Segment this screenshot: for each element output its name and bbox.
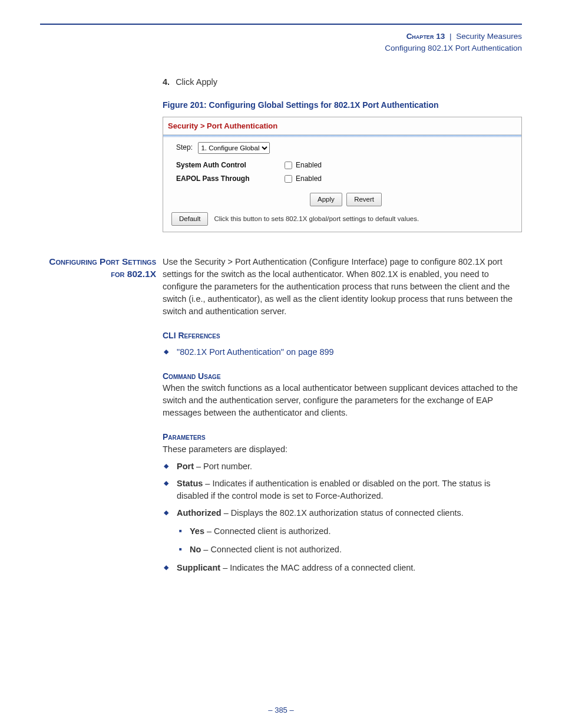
running-header: Chapter 13 | Security Measures Configuri…	[40, 31, 522, 54]
command-usage-text: When the switch functions as a local aut…	[163, 382, 522, 419]
command-usage-heading: Command Usage	[163, 370, 522, 382]
chapter-subtitle: Configuring 802.1X Port Authentication	[40, 42, 522, 54]
step-row: Step: 1. Configure Global	[176, 142, 515, 154]
eapol-label: EAPOL Pass Through	[176, 174, 282, 184]
chapter-label: Chapter 13	[406, 32, 445, 41]
step-label: Step:	[176, 143, 193, 151]
step-select[interactable]: 1. Configure Global	[198, 142, 270, 154]
page-number: – 385 –	[0, 705, 562, 716]
param-status: Status – Indicates if authentication is …	[163, 477, 522, 502]
eapol-chk-label: Enabled	[296, 174, 322, 184]
cli-references-heading: CLI References	[163, 330, 522, 341]
section-intro: Use the Security > Port Authentication (…	[163, 256, 522, 318]
param-authorized: Authorized – Displays the 802.1X authori…	[163, 507, 522, 556]
apply-button[interactable]: Apply	[310, 193, 342, 206]
eapol-checkbox[interactable]	[285, 175, 292, 183]
default-button[interactable]: Default	[171, 212, 208, 226]
system-auth-label: System Auth Control	[176, 160, 282, 170]
cli-reference-link[interactable]: "802.1X Port Authentication" on page 899	[177, 347, 334, 357]
system-auth-chk-label: Enabled	[296, 160, 322, 170]
default-hint: Click this button to sets 802.1X global/…	[214, 214, 419, 224]
param-authorized-no: No – Connected client is not authorized.	[177, 543, 522, 556]
system-auth-checkbox[interactable]	[285, 162, 292, 169]
revert-button[interactable]: Revert	[346, 193, 382, 206]
step-line: 4. Click Apply	[163, 76, 522, 88]
parameters-heading: Parameters	[163, 431, 522, 443]
cli-reference-item: "802.1X Port Authentication" on page 899	[163, 346, 522, 358]
param-supplicant: Supplicant – Indicates the MAC address o…	[163, 562, 522, 574]
config-screenshot: Security > Port Authentication Step: 1. …	[163, 117, 522, 232]
step-text: Click Apply	[176, 77, 217, 87]
param-port: Port – Port number.	[163, 460, 522, 473]
panel-title: Security > Port Authentication	[163, 117, 521, 135]
param-authorized-yes: Yes – Connected client is authorized.	[177, 525, 522, 538]
step-number: 4.	[163, 77, 170, 87]
parameters-intro: These parameters are displayed:	[163, 443, 522, 456]
chapter-title: Security Measures	[456, 32, 522, 41]
margin-heading: Configuring Port Settings for 802.1X	[38, 256, 156, 281]
figure-caption: Figure 201: Configuring Global Settings …	[163, 99, 522, 111]
